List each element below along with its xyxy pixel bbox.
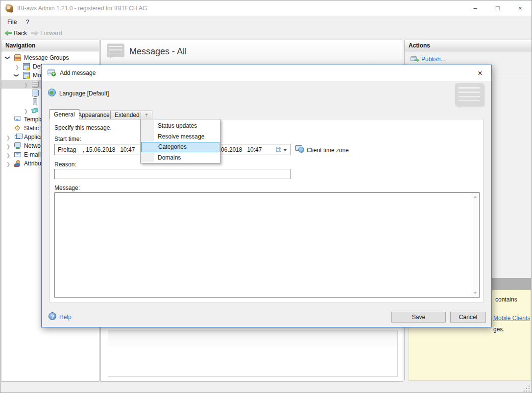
scroll-up-icon[interactable] <box>473 196 477 198</box>
help-link[interactable]: Help <box>59 314 72 321</box>
message-textarea[interactable] <box>55 193 470 297</box>
tab-extended[interactable]: Extended <box>110 111 144 119</box>
cancel-button[interactable]: Cancel <box>450 312 486 323</box>
message-textarea-frame <box>54 192 480 298</box>
attributes-icon <box>14 160 21 167</box>
navigation-header: Navigation <box>1 40 99 51</box>
client-time-zone-label: Client time zone <box>307 147 349 154</box>
add-tab-button[interactable]: + <box>141 111 152 119</box>
app-logo-icon <box>5 4 14 13</box>
messages-icon <box>32 81 39 88</box>
chevron-down-icon[interactable] <box>14 72 21 78</box>
menu-file[interactable]: File <box>5 17 19 28</box>
message-list-area[interactable] <box>108 330 398 377</box>
tab-general[interactable]: General <box>49 109 79 119</box>
forward-button[interactable]: Forward <box>31 28 62 39</box>
menu-bar: File ? <box>0 17 532 28</box>
chevron-right-icon[interactable] <box>5 151 11 158</box>
menu-help[interactable]: ? <box>24 17 32 28</box>
language-label: Language [Default] <box>59 90 109 97</box>
note-text: contains <box>495 296 517 303</box>
calendar-dropdown-button[interactable] <box>274 145 289 154</box>
chevron-right-icon[interactable] <box>14 63 20 70</box>
email-icon <box>14 152 21 157</box>
actions-header: Actions <box>405 40 532 51</box>
publish-icon <box>411 56 417 61</box>
add-message-dialog: Add message × Language [Default] General… <box>41 65 492 327</box>
dialog-title-bar: Add message × <box>42 65 491 81</box>
tree-item-message-groups[interactable]: Message Groups <box>1 53 99 62</box>
back-arrow-icon <box>4 30 12 36</box>
start-time-label: Start time: <box>54 136 81 142</box>
reason-label: Reason: <box>54 161 76 168</box>
chevron-right-icon[interactable] <box>23 107 29 114</box>
title-bar: IBI-aws Admin 1.21.0 - registered for IB… <box>0 0 532 16</box>
mobile-clients-link[interactable]: Mobile Clients <box>493 315 530 322</box>
app-window: IBI-aws Admin 1.21.0 - registered for IB… <box>0 0 532 393</box>
dialog-title: Add message <box>60 69 96 76</box>
dialog-close-button[interactable]: × <box>472 67 488 80</box>
note-text: ges. <box>493 326 505 333</box>
group-warning-icon <box>23 72 30 79</box>
add-message-icon <box>48 69 55 75</box>
menu-item-categories[interactable]: Categories <box>141 142 219 152</box>
template-icon <box>14 116 21 121</box>
caret-down-icon <box>283 149 287 151</box>
add-tab-popup-menu: Status updates Resolve message Categorie… <box>140 119 220 163</box>
client-time-zone-icon <box>295 145 304 153</box>
general-tab-page: Specify this message. Start time: Freita… <box>49 119 484 302</box>
menu-item-domains[interactable]: Domains <box>141 152 220 163</box>
help-icon: ? <box>48 312 56 320</box>
chevron-right-icon[interactable] <box>5 160 11 167</box>
mobile-device-icon <box>33 98 37 105</box>
client-icon <box>32 90 39 96</box>
applications-icon <box>15 135 20 139</box>
description-text: Specify this message. <box>54 124 112 131</box>
messages-icon <box>107 44 124 57</box>
content-header: Messages - All <box>101 40 403 65</box>
menu-item-status-updates[interactable]: Status updates <box>141 120 220 131</box>
window-title: IBI-aws Admin 1.21.0 - registered for IB… <box>17 5 147 12</box>
reason-input[interactable] <box>54 169 290 179</box>
chevron-down-icon[interactable] <box>5 55 12 61</box>
chevron-right-icon[interactable] <box>5 142 11 149</box>
tag-icon <box>31 107 39 114</box>
maximize-button[interactable]: □ <box>486 0 509 16</box>
chevron-right-icon[interactable] <box>5 134 11 140</box>
tool-bar: Back Forward <box>0 28 532 39</box>
menu-item-resolve-message[interactable]: Resolve message <box>141 131 220 142</box>
network-icon <box>14 142 21 147</box>
message-groups-icon <box>14 54 21 61</box>
scroll-down-icon[interactable] <box>473 292 477 294</box>
message-label: Message: <box>54 185 80 191</box>
tab-appearance[interactable]: Appearance <box>73 111 114 119</box>
calendar-icon <box>276 147 281 152</box>
default-group-icon <box>23 63 30 70</box>
forward-arrow-icon <box>31 30 39 36</box>
save-button[interactable]: Save <box>391 312 446 323</box>
message-scrollbar[interactable] <box>471 193 479 297</box>
chevron-right-icon[interactable] <box>23 81 29 88</box>
resize-grip[interactable] <box>529 391 530 392</box>
minimize-button[interactable]: – <box>464 0 486 16</box>
message-watermark-icon <box>455 83 484 106</box>
language-globe-icon <box>48 89 56 96</box>
status-bar <box>0 383 532 393</box>
close-button[interactable]: × <box>509 0 532 16</box>
back-button[interactable]: Back <box>4 28 27 39</box>
static-messages-icon <box>14 125 21 132</box>
page-title: Messages - All <box>129 46 187 57</box>
